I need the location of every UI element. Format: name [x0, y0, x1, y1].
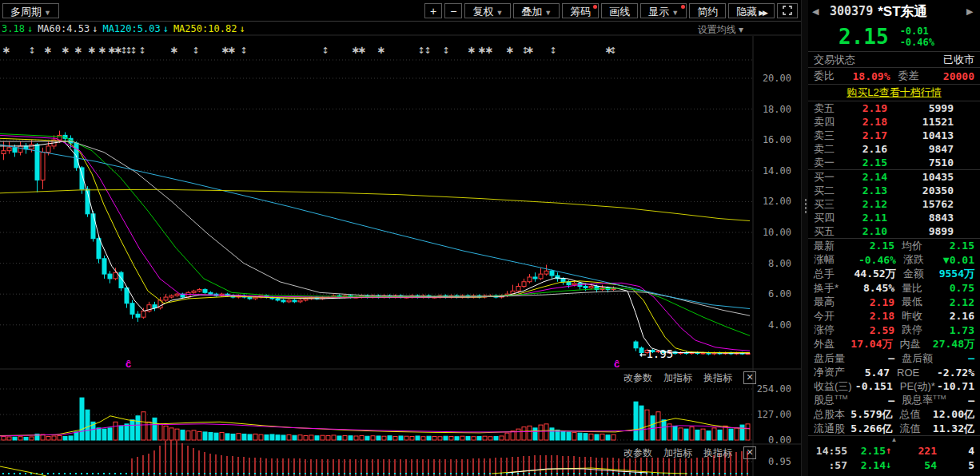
event-star-icon: ∗: [358, 44, 367, 56]
buy-order-row[interactable]: 买一2.1410435: [808, 170, 980, 184]
stat-row: 盘后量—盘后额—: [808, 351, 980, 366]
svg-text:0.95: 0.95: [768, 456, 791, 467]
ma-lines: [0, 134, 750, 437]
add-indicator-button[interactable]: 加指标: [663, 446, 692, 460]
add-indicator-button[interactable]: 加指标: [663, 371, 692, 385]
buy-order-row[interactable]: 买五2.109899: [808, 224, 980, 238]
toolbar-button-显示[interactable]: 显示▼: [640, 3, 687, 18]
toolbar-button-筹码[interactable]: 筹码: [562, 3, 599, 18]
ex-right-marker: ĉ: [614, 358, 619, 370]
collapse-panel-icon[interactable]: ▲: [891, 437, 898, 443]
stat-row: 净资产5.47ROE-2.72%: [808, 365, 980, 379]
toolbar-button-叠加[interactable]: 叠加▼: [513, 3, 560, 18]
event-star-icon: ∗: [62, 44, 70, 56]
close-indicator-pane-icon[interactable]: ✕: [743, 446, 756, 459]
toolbar-button-隐藏[interactable]: 隐藏▶▶: [728, 3, 775, 18]
ma-label: 3.18↓: [2, 22, 33, 34]
event-star-icon: ∗: [228, 44, 237, 56]
buy-l2-link[interactable]: 购买L2查看十档行情: [847, 85, 941, 100]
event-arrow-icon: ↕: [442, 46, 449, 56]
trend-down-arrow-icon: ↓: [163, 23, 169, 34]
ma-fast-white: [0, 141, 750, 353]
tick-direction-arrow-icon: ↑: [886, 445, 895, 456]
trade-status-row: 交易状态 已收市: [808, 51, 980, 67]
sell-order-row[interactable]: 卖一2.157510: [808, 156, 980, 169]
sell-order-row[interactable]: 卖五2.195999: [808, 101, 980, 115]
switch-indicator-button[interactable]: 换指标: [703, 371, 732, 385]
fullscreen-button[interactable]: [777, 3, 798, 18]
candlestick-chart-canvas[interactable]: ∗∗∗∗∗∗∗∗∗∗∗∗∗∗∗∗∗∗∗∗↕↕↕↕↕↕↕↕↕↕↕↕↕↕20.001…: [0, 21, 801, 476]
sell-order-row[interactable]: 卖四2.1811521: [808, 115, 980, 129]
candles: [2, 131, 750, 357]
stat-row: 股息TTM—股息率TTM—: [808, 394, 980, 408]
ticker-row: 14:552.15↑2214: [808, 443, 980, 458]
ma250-yellow: [0, 189, 750, 220]
ma-label: MA60:4.53↓: [38, 22, 98, 34]
buy-order-row[interactable]: 买四2.118843: [808, 211, 980, 224]
stat-row: 总股本5.579亿总值12.00亿: [808, 407, 980, 422]
event-arrow-icon: ↕: [609, 46, 616, 56]
buy-order-row[interactable]: 买二2.1320350: [808, 184, 980, 197]
change-params-button[interactable]: 改参数: [623, 371, 652, 385]
toolbar-button-−[interactable]: −: [444, 3, 462, 18]
splitter-grip-icon: [804, 198, 807, 214]
volume-pane-toolbar: 改参数 加指标 换指标 ✕: [623, 371, 756, 384]
quote-stats: 最新2.15均价2.15涨幅-0.46%涨跌▼0.01总手44.52万金额955…: [808, 238, 980, 435]
low-price-label: ←1.95: [639, 347, 673, 360]
event-star-icon: ∗: [88, 44, 97, 56]
ma-label: MA250:10.82↓: [173, 22, 245, 34]
stat-row: 流通股5.266亿流值11.32亿: [808, 422, 980, 436]
toolbar-button-group: +−复权▼叠加▼筹码画线显示▼简约隐藏▶▶: [422, 3, 775, 18]
svg-text:14.00: 14.00: [763, 165, 791, 177]
event-star-icon: ∗: [98, 44, 107, 56]
change-params-button[interactable]: 改参数: [623, 446, 652, 460]
chart-toolbar: 多周期▼ +−复权▼叠加▼筹码画线显示▼简约隐藏▶▶: [0, 0, 801, 22]
sell-order-row[interactable]: 卖三2.1710413: [808, 129, 980, 142]
svg-text:16.00: 16.00: [763, 134, 791, 145]
stat-row: 今开2.18昨收2.16: [808, 309, 980, 323]
fullscreen-icon: [783, 6, 792, 15]
event-star-icon: ∗: [485, 44, 494, 56]
svg-text:0.00: 0.00: [768, 434, 791, 446]
weicha-value: 20000: [919, 70, 975, 82]
buy-order-row[interactable]: 买三2.1215762: [808, 197, 980, 211]
toolbar-button-复权[interactable]: 复权▼: [464, 3, 511, 18]
event-star-icon: ∗: [2, 44, 11, 56]
toolbar-button-画线[interactable]: 画线: [601, 3, 638, 18]
toolbar-button-+[interactable]: +: [424, 3, 442, 18]
period-dropdown-button[interactable]: 多周期▼: [2, 3, 59, 18]
prev-stock-arrow[interactable]: ◀: [812, 6, 822, 17]
last-price: 2.15: [839, 25, 889, 49]
trend-down-arrow-icon: ↓: [92, 23, 98, 34]
switch-indicator-button[interactable]: 换指标: [703, 446, 732, 460]
chevron-down-icon: ▼: [671, 9, 679, 17]
quote-header: ◀ 300379 *ST东通 ▶: [808, 0, 980, 22]
stat-row: 最高2.19最低2.12: [808, 295, 980, 309]
event-star-icon: ∗: [377, 44, 386, 56]
event-arrow-icon: ↕: [28, 46, 35, 56]
svg-text:127.00: 127.00: [757, 409, 791, 420]
quote-panel: ◀ 300379 *ST东通 ▶ 2.15 -0.01-0.46% 交易状态 已…: [808, 0, 980, 476]
next-stock-arrow[interactable]: ▶: [966, 6, 976, 17]
trade-status-value: 已收市: [855, 53, 974, 67]
notification-dot: [593, 5, 597, 9]
trend-down-arrow-icon: ↓: [239, 23, 245, 34]
chart-annotations: ←1.95ĉĉ: [125, 347, 673, 370]
stat-row: 总手44.52万金额9554万: [808, 267, 980, 281]
toolbar-button-简约[interactable]: 简约: [689, 3, 726, 18]
ma-settings-dropdown[interactable]: 设置均线 ▾: [698, 23, 743, 37]
trade-ticker: 14:552.15↑2214:572.14↓545: [808, 443, 980, 472]
collapse-row: ▲: [808, 435, 980, 443]
svg-text:10.00: 10.00: [763, 227, 791, 238]
stat-row: 外盘17.04万内盘27.48万: [808, 337, 980, 351]
stat-row: 收益(三)-0.151PE(动)*-10.71: [808, 379, 980, 394]
ticker-row: :572.14↓545: [808, 458, 980, 472]
volume-bars: [2, 398, 750, 440]
event-arrow-icon: ↕: [138, 46, 145, 56]
indicator-pane-toolbar: 改参数 加指标 换指标 ✕: [623, 446, 756, 459]
chart-region: 3.18↓MA60:4.53↓MA120:5.03↓MA250:10.82↓ 设…: [0, 21, 801, 476]
close-volume-pane-icon[interactable]: ✕: [743, 371, 756, 384]
event-markers: ∗∗∗∗∗∗∗∗∗∗∗∗∗∗∗∗∗∗∗∗↕↕↕↕↕↕↕↕↕↕↕↕↕↕: [2, 44, 617, 56]
sell-order-row[interactable]: 卖二2.169847: [808, 142, 980, 156]
stat-row: 涨幅-0.46%涨跌▼0.01: [808, 253, 980, 268]
